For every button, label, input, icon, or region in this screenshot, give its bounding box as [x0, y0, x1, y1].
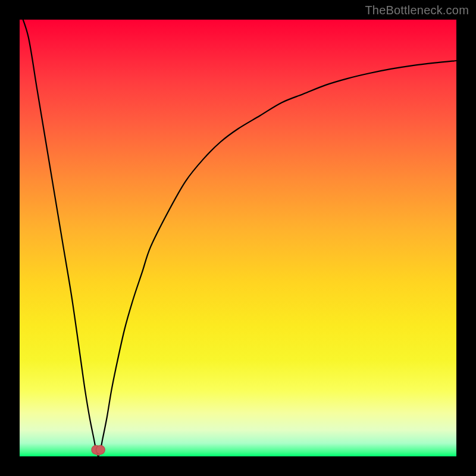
bottleneck-curve [20, 20, 456, 456]
watermark-text: TheBottleneck.com [365, 4, 469, 17]
chart-frame: TheBottleneck.com [0, 0, 476, 476]
curve-layer [20, 20, 456, 456]
plot-area [20, 20, 456, 456]
bottom-markers [92, 445, 105, 454]
marker-dot [96, 445, 105, 454]
